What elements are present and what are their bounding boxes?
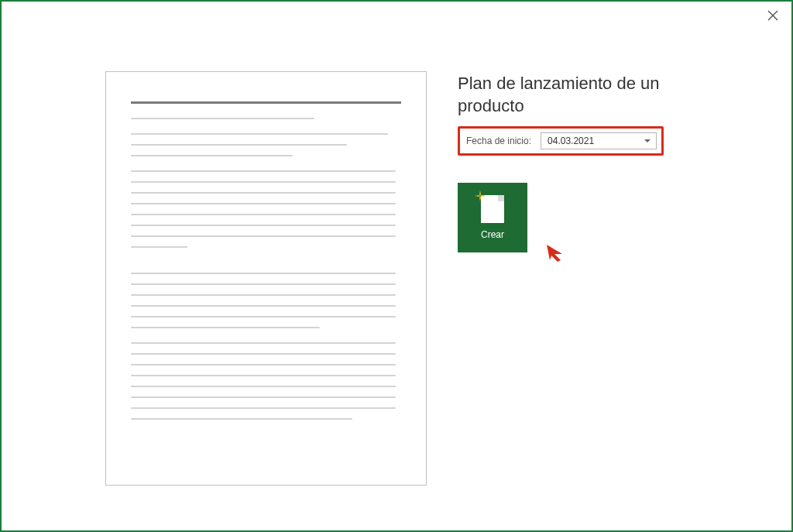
start-date-label: Fecha de inicio: (466, 136, 531, 146)
svg-marker-2 (644, 139, 651, 142)
close-icon (767, 10, 778, 21)
svg-marker-5 (475, 195, 480, 197)
template-preview (105, 71, 427, 486)
preview-lines (131, 118, 401, 463)
start-date-value: 04.03.2021 (548, 136, 594, 146)
template-info-panel: Plan de lanzamiento de un producto Fecha… (458, 71, 768, 486)
preview-divider (131, 101, 401, 104)
svg-marker-4 (479, 196, 481, 201)
close-button[interactable] (765, 8, 781, 23)
start-date-row: Fecha de inicio: 04.03.2021 (458, 126, 664, 156)
dialog-content: Plan de lanzamiento de un producto Fecha… (2, 2, 791, 509)
chevron-down-icon (644, 137, 651, 145)
create-button-label: Crear (481, 229, 504, 240)
template-title: Plan de lanzamiento de un producto (458, 73, 675, 117)
svg-marker-3 (479, 190, 481, 196)
create-button[interactable]: Crear (458, 183, 527, 252)
sparkle-icon (475, 190, 486, 201)
new-document-icon (481, 195, 504, 223)
start-date-dropdown[interactable]: 04.03.2021 (541, 132, 657, 149)
svg-marker-6 (480, 195, 486, 197)
